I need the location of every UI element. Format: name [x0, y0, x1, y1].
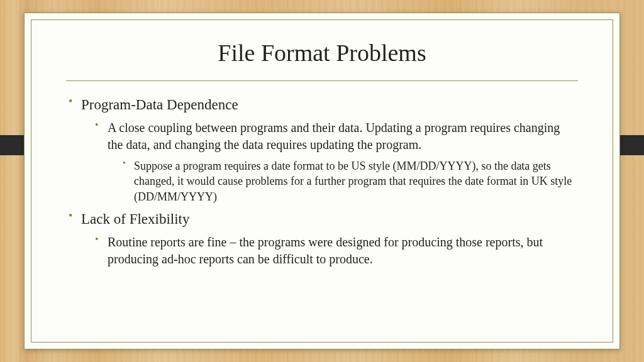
title-divider [66, 80, 578, 81]
slide-title: File Format Problems [66, 39, 578, 67]
sub-sub-list: Suppose a program requires a date format… [121, 158, 578, 204]
slide-frame-inner: File Format Problems Program-Data Depend… [31, 19, 613, 343]
bullet-list: Program-Data Dependence A close coupling… [66, 95, 578, 268]
bullet-text: Routine reports are fine – the programs … [108, 234, 578, 268]
decoration-bracket-right [618, 135, 644, 155]
list-item: A close coupling between programs and th… [94, 119, 578, 204]
bullet-text: Suppose a program requires a date format… [134, 158, 578, 204]
list-item: Suppose a program requires a date format… [121, 158, 578, 204]
sub-list: Routine reports are fine – the programs … [94, 234, 578, 268]
bullet-text: A close coupling between programs and th… [108, 119, 578, 153]
slide-frame-outer: File Format Problems Program-Data Depend… [24, 13, 620, 349]
bullet-text: Lack of Flexibility [81, 209, 578, 229]
sub-list: A close coupling between programs and th… [94, 119, 578, 204]
bullet-text: Program-Data Dependence [81, 95, 578, 114]
list-item: Program-Data Dependence A close coupling… [66, 95, 578, 204]
list-item: Routine reports are fine – the programs … [94, 234, 578, 268]
list-item: Lack of Flexibility Routine reports are … [66, 209, 578, 268]
decoration-bracket-left [0, 135, 26, 155]
